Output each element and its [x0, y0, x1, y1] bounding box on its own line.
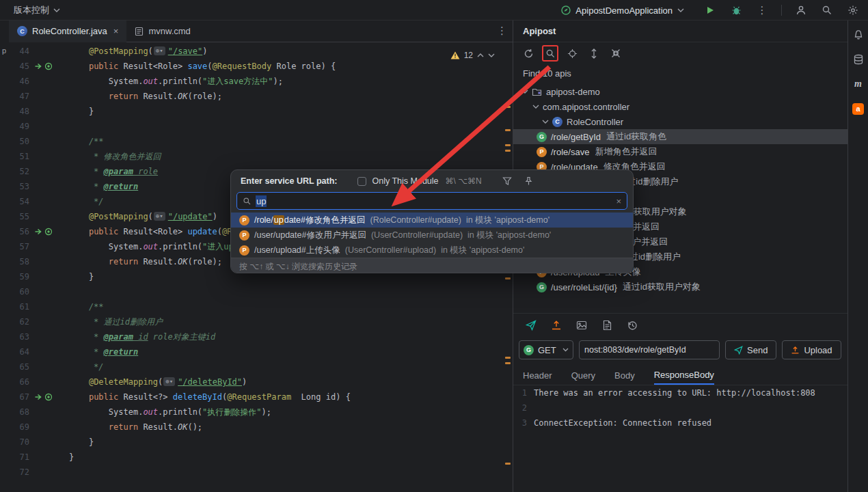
response-tab-bar: Header Query Body ResponseBody [513, 366, 847, 385]
search-query-text: up [256, 195, 267, 207]
method-value: GET [538, 345, 556, 355]
refresh-icon[interactable] [520, 45, 537, 62]
search-result-item[interactable]: P/role/update#修改角色并返回(RoleController#upd… [231, 213, 633, 228]
stripe-mark [505, 129, 511, 131]
gutter-row: 60 [9, 284, 61, 299]
run-endpoint-gutter[interactable] [34, 62, 53, 70]
run-endpoint-gutter[interactable] [34, 393, 53, 401]
profile-icon[interactable] [794, 3, 808, 17]
run-arrow-icon [34, 228, 42, 236]
code-line: } [69, 104, 351, 119]
database-icon[interactable] [851, 52, 866, 67]
stripe-mark [505, 277, 511, 279]
tree-node-package[interactable]: com.apipost.controller [513, 99, 847, 114]
chevron-down-icon[interactable] [542, 120, 549, 124]
code-line: * 修改角色并返回 [69, 149, 351, 164]
apipost-plugin-icon[interactable]: a [851, 101, 866, 116]
request-url-input[interactable]: nost:8083/dev/role/getById [579, 340, 720, 359]
close-tab-icon[interactable]: × [113, 26, 119, 36]
checkbox-shortcut: ⌘\ ⌥⌘N [446, 176, 482, 186]
search-result-item[interactable]: P/user/upload#上传头像(UserController#upload… [231, 243, 633, 258]
collapse-all-icon[interactable] [608, 45, 624, 62]
tree-node-class[interactable]: CRoleController [513, 114, 847, 129]
gutter-row: 58 [9, 254, 61, 269]
history-icon[interactable] [624, 317, 640, 333]
endpoint-inlay-icon[interactable]: ⊕▾ [154, 212, 165, 221]
gutter-row: 55 [9, 209, 61, 224]
filter-funnel-icon[interactable] [502, 176, 512, 186]
endpoint-inlay-icon[interactable]: ⊕▾ [163, 377, 175, 386]
response-line: 3ConnectException: Connection refused [513, 415, 847, 430]
editor-tab-bar: C RoleController.java × mvnw.cmd ⋮ [9, 20, 513, 42]
maven-icon[interactable]: m [851, 77, 866, 92]
gutter-row: 67 [9, 390, 61, 405]
gutter-row: 61 [9, 299, 61, 314]
post-method-icon: P [537, 147, 547, 157]
expand-all-icon[interactable] [586, 45, 602, 62]
tab-options-icon[interactable]: ⋮ [497, 25, 507, 37]
gutter-row: 69 [9, 420, 61, 435]
stripe-mark [505, 106, 511, 108]
upload-api-icon[interactable] [548, 317, 565, 333]
settings-gear-icon[interactable] [846, 3, 860, 17]
chevron-down-icon[interactable] [532, 105, 539, 109]
method-select[interactable]: G GET [519, 340, 573, 359]
endpoint-inlay-icon[interactable]: ⊕▾ [154, 46, 165, 55]
api-tree-item[interactable]: G/user/roleList/{id}通过id获取用户对象 [513, 279, 847, 295]
only-this-module-checkbox[interactable] [357, 177, 366, 186]
request-url-value: nost:8083/dev/role/getById [584, 345, 686, 355]
inspections-widget[interactable]: 12 [446, 46, 499, 64]
url-search-input[interactable]: up × [236, 192, 627, 210]
clear-search-icon[interactable]: × [616, 196, 621, 206]
image-export-icon[interactable] [573, 317, 590, 333]
stripe-mark [505, 150, 511, 152]
api-tree-item[interactable]: G/role/getById通过id获取角色 [513, 129, 847, 144]
more-actions-button[interactable]: ⋮ [755, 3, 769, 17]
upload-button[interactable]: Upload [782, 340, 841, 359]
response-line: 2 [513, 400, 847, 415]
chevron-down-icon[interactable] [488, 53, 495, 57]
locate-api-icon[interactable] [564, 45, 580, 62]
code-line [69, 284, 351, 299]
gutter-row: 49 [9, 119, 61, 134]
text-file-icon [135, 27, 144, 36]
tab-body[interactable]: Body [614, 366, 635, 385]
tab-responsebody[interactable]: ResponseBody [654, 366, 714, 385]
send-label: Send [747, 345, 768, 355]
notifications-bell-icon[interactable] [851, 27, 866, 42]
code-line: System.out.println("执行删除操作"); [69, 405, 351, 420]
tree-node-module[interactable]: apipost-demo [513, 84, 847, 99]
debug-button[interactable] [729, 3, 743, 17]
run-endpoint-gutter[interactable] [34, 228, 53, 236]
run-configuration-selector[interactable]: ApipostDemoApplication [561, 5, 684, 16]
search-result-item[interactable]: P/user/update#修改用户并返回(UserController#upd… [231, 228, 633, 243]
pin-icon[interactable] [524, 176, 533, 186]
tab-query[interactable]: Query [571, 366, 595, 385]
gutter-row: 72 [9, 465, 61, 480]
code-line: } [69, 435, 351, 450]
only-this-module-label[interactable]: Only This Module [372, 176, 438, 186]
tab-mvnw-cmd[interactable]: mvnw.cmd [126, 20, 198, 42]
stripe-mark [505, 463, 511, 465]
spring-app-icon [561, 5, 571, 15]
code-line: public Result<?> deleteById(@RequestPara… [69, 390, 351, 405]
chevron-up-icon[interactable] [477, 53, 484, 57]
document-icon[interactable] [599, 317, 615, 333]
send-button[interactable]: Send [725, 340, 776, 359]
code-line: return Result.OK(role); [69, 89, 351, 104]
response-body-view[interactable]: 1There was an error accessing to URL: ht… [513, 385, 847, 492]
gutter-row: 51 [9, 149, 61, 164]
search-api-icon[interactable] [542, 45, 558, 62]
api-tree-item[interactable]: P/role/save新增角色并返回 [513, 144, 847, 159]
run-button[interactable] [703, 3, 717, 17]
tab-header[interactable]: Header [523, 366, 552, 385]
tab-label: mvnw.cmd [148, 26, 190, 36]
stripe-mark [505, 362, 511, 364]
vcs-widget[interactable]: 版本控制 [0, 4, 60, 16]
gutter-row: 65 [9, 359, 61, 374]
search-everywhere-icon[interactable] [820, 3, 834, 17]
chevron-down-icon[interactable] [521, 90, 528, 94]
send-request-icon[interactable] [523, 317, 539, 333]
run-arrow-icon [34, 62, 42, 70]
tab-rolecontroller-java[interactable]: C RoleController.java × [9, 20, 126, 42]
